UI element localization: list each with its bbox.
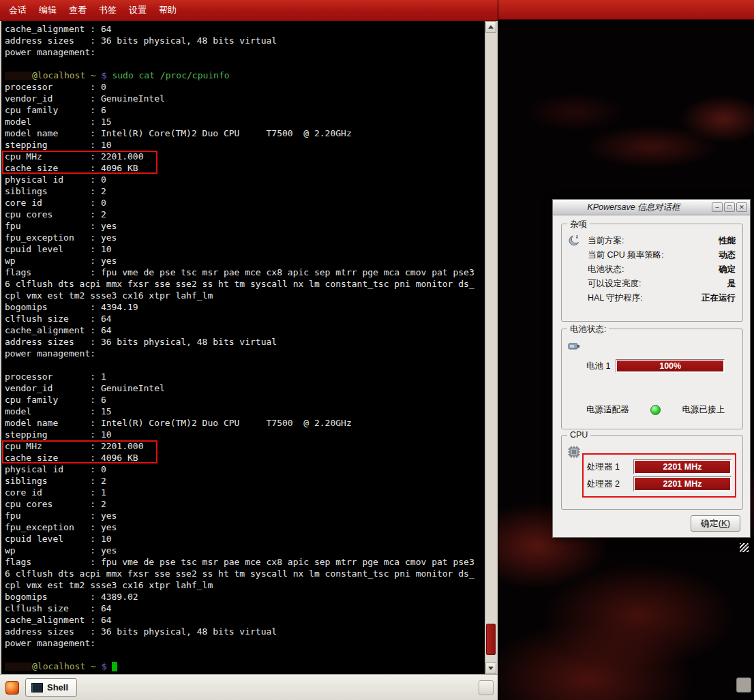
terminal-line: flags : fpu vme de pse tsc msr pae mce c… bbox=[5, 267, 484, 278]
info-value: 是 bbox=[727, 277, 736, 291]
terminal-line: physical id : 0 bbox=[5, 463, 484, 475]
terminal-line: cpu cores : 2 bbox=[5, 209, 484, 220]
resize-grip[interactable] bbox=[740, 543, 749, 552]
dialog-titlebar[interactable]: KPowersave 信息对话框 –□✕ bbox=[553, 200, 750, 215]
terminal-scrollbar[interactable] bbox=[485, 21, 496, 674]
video-osd-icon bbox=[736, 678, 751, 693]
menu-item-settings[interactable]: 设置 bbox=[123, 3, 153, 18]
terminal-line: address sizes : 36 bits physical, 48 bit… bbox=[5, 626, 484, 637]
terminal-line: flags : fpu vme de pse tsc msr pae mce c… bbox=[5, 556, 484, 568]
group-misc-title: 杂项 bbox=[567, 219, 590, 230]
info-label: HAL 守护程序: bbox=[588, 291, 643, 305]
ok-label: 确定( bbox=[701, 518, 721, 528]
info-row: 当前 CPU 频率策略:动态 bbox=[588, 248, 736, 262]
battery-row: 电池 1 100% bbox=[586, 359, 725, 373]
menu-item-session[interactable]: 会话 bbox=[3, 3, 33, 18]
cpu-row: 处理器 22201 MHz bbox=[587, 476, 732, 491]
arrow-down-icon bbox=[488, 667, 494, 670]
window-maximize-button[interactable]: □ bbox=[724, 202, 735, 212]
prompt-host: @localhost ~ bbox=[32, 70, 102, 80]
info-label: 可以设定亮度: bbox=[588, 277, 641, 291]
terminal-line: cpu MHz : 2201.000 bbox=[5, 440, 484, 452]
info-label: 电池状态: bbox=[588, 262, 624, 277]
desktop: 会话编辑查看书签设置帮助 cache_alignment : 64address… bbox=[0, 0, 754, 700]
terminal-line: power management: bbox=[5, 348, 484, 359]
terminal-line: clflush size : 64 bbox=[5, 313, 484, 324]
video-titlebar[interactable] bbox=[498, 0, 754, 20]
terminal-line: cpl vmx est tm2 ssse3 cx16 xtpr lahf_lm bbox=[5, 579, 484, 591]
scroll-down-button[interactable] bbox=[485, 663, 496, 674]
terminal-line: model : 15 bbox=[5, 406, 484, 417]
terminal-line: model name : Intel(R) Core(TM)2 Duo CPU … bbox=[5, 417, 484, 429]
terminal-line: vendor_id : GenuineIntel bbox=[5, 382, 484, 394]
terminal-line: fpu_exception : yes bbox=[5, 521, 484, 533]
terminal-line bbox=[5, 359, 484, 371]
new-session-button[interactable] bbox=[4, 680, 20, 696]
dialog-body: 杂项 当前方案:性能当前 CPU 频率策略:动态电池状态:确定可以设定亮度:是H… bbox=[553, 215, 750, 538]
info-label: 当前方案: bbox=[588, 234, 624, 248]
terminal-line: cpuid level : 10 bbox=[5, 243, 484, 255]
terminal-line: wp : yes bbox=[5, 255, 484, 267]
tab-label: Shell bbox=[47, 682, 68, 693]
terminal-line: cache size : 4096 KB bbox=[5, 162, 484, 174]
group-cpu: CPU 处理器 12201 MHz处理器 22201 MHz bbox=[561, 435, 743, 510]
window-minimize-button[interactable]: – bbox=[712, 202, 723, 212]
terminal-line: cache_alignment : 64 bbox=[5, 324, 484, 336]
terminal-line: fpu : yes bbox=[5, 510, 484, 521]
battery-percent: 100% bbox=[616, 360, 724, 372]
adapter-led-icon bbox=[650, 405, 661, 415]
terminal-line: stepping : 10 bbox=[5, 139, 484, 151]
menu-item-help[interactable]: 帮助 bbox=[153, 3, 183, 18]
ok-button[interactable]: 确定(K) bbox=[691, 515, 740, 532]
dialog-title: KPowersave 信息对话框 bbox=[556, 202, 712, 213]
terminal-line: cpu family : 6 bbox=[5, 394, 484, 406]
prompt-line: @localhost ~ $ sudo cat /proc/cpuinfo bbox=[5, 70, 484, 81]
prompt-symbol: $ bbox=[102, 70, 112, 80]
tab-shell[interactable]: Shell bbox=[25, 678, 77, 697]
info-value: 确定 bbox=[719, 262, 736, 277]
adapter-label: 电源适配器 bbox=[586, 404, 629, 416]
terminal-output: cache_alignment : 64address sizes : 36 b… bbox=[1, 21, 484, 674]
terminal-line: siblings : 2 bbox=[5, 475, 484, 487]
tab-bar: Shell bbox=[0, 674, 498, 700]
cpu-row: 处理器 12201 MHz bbox=[587, 459, 732, 474]
info-value: 正在运行 bbox=[702, 291, 736, 305]
ok-label-suffix: ) bbox=[727, 518, 730, 528]
terminal-line: core id : 0 bbox=[5, 197, 484, 209]
terminal-line: wp : yes bbox=[5, 545, 484, 556]
terminal[interactable]: cache_alignment : 64address sizes : 36 b… bbox=[1, 21, 496, 674]
window-buttons: –□✕ bbox=[712, 202, 747, 212]
terminal-line: power management: bbox=[5, 46, 484, 58]
terminal-line: power management: bbox=[5, 637, 484, 649]
konsole-window: 会话编辑查看书签设置帮助 cache_alignment : 64address… bbox=[0, 0, 498, 700]
session-list-button[interactable] bbox=[479, 680, 494, 695]
group-misc: 杂项 当前方案:性能当前 CPU 频率策略:动态电池状态:确定可以设定亮度:是H… bbox=[561, 224, 743, 322]
prompt-symbol: $ bbox=[102, 661, 112, 671]
info-label: 当前 CPU 频率策略: bbox=[588, 248, 664, 262]
arrow-up-icon bbox=[488, 25, 494, 29]
menu-item-view[interactable]: 查看 bbox=[63, 3, 93, 18]
terminal-line: address sizes : 36 bits physical, 48 bit… bbox=[5, 35, 484, 46]
battery-icon bbox=[567, 339, 581, 352]
menu-item-edit[interactable]: 编辑 bbox=[33, 3, 63, 18]
scroll-up-button[interactable] bbox=[485, 21, 496, 33]
menu-item-bookmarks[interactable]: 书签 bbox=[93, 3, 123, 18]
annotation-highlight-box: cpu MHz : 2201.000cache size : 4096 KB bbox=[5, 151, 484, 174]
terminal-line: cpu family : 6 bbox=[5, 104, 484, 116]
redacted-username bbox=[5, 72, 32, 80]
adapter-status: 电源已接上 bbox=[682, 404, 725, 416]
terminal-line: vendor_id : GenuineIntel bbox=[5, 93, 484, 104]
terminal-icon bbox=[31, 683, 43, 693]
info-value: 性能 bbox=[719, 234, 736, 248]
battery-label: 电池 1 bbox=[586, 361, 610, 372]
prompt-line: @localhost ~ $ bbox=[5, 660, 484, 672]
menu-bar: 会话编辑查看书签设置帮助 bbox=[0, 0, 498, 21]
terminal-line: cache size : 4096 KB bbox=[5, 452, 484, 463]
terminal-line: cpu cores : 2 bbox=[5, 498, 484, 510]
group-cpu-title: CPU bbox=[567, 430, 590, 440]
suspend-icon bbox=[567, 234, 581, 247]
processor-label: 处理器 2 bbox=[587, 478, 629, 490]
terminal-line: address sizes : 36 bits physical, 48 bit… bbox=[5, 336, 484, 348]
window-close-button[interactable]: ✕ bbox=[736, 202, 747, 212]
scrollbar-thumb[interactable] bbox=[486, 624, 496, 655]
